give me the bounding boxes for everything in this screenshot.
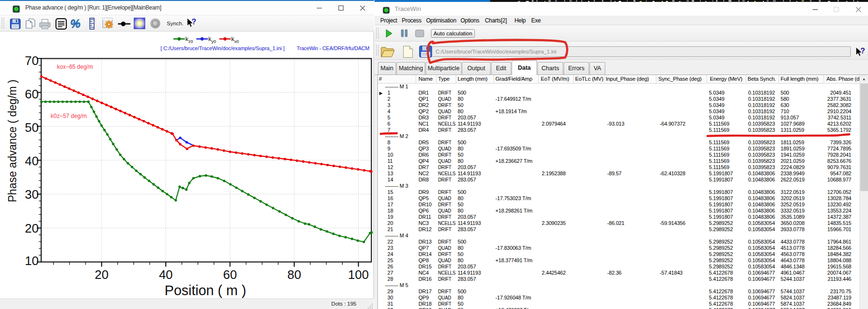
- svg-text:40: 40: [25, 154, 39, 168]
- svg-text:80: 80: [287, 267, 301, 282]
- svg-text:?: ?: [192, 18, 196, 26]
- svg-text:30: 30: [25, 187, 39, 202]
- svg-text:20: 20: [25, 221, 39, 235]
- svg-text:40: 40: [159, 267, 173, 282]
- svg-text:k0z~57 deg/m: k0z~57 deg/m: [51, 113, 87, 119]
- svg-text:60: 60: [25, 87, 39, 101]
- svg-text:Phase advance ( deg/m ): Phase advance ( deg/m ): [6, 80, 19, 202]
- svg-text:100: 100: [348, 267, 369, 282]
- svg-text:kox~65 deg/m: kox~65 deg/m: [57, 64, 93, 70]
- svg-text:50: 50: [25, 120, 39, 135]
- svg-text:20: 20: [95, 267, 108, 282]
- svg-text:Position ( m ): Position ( m ): [165, 283, 246, 298]
- svg-text:10: 10: [25, 254, 39, 268]
- svg-text:70: 70: [25, 53, 39, 68]
- svg-text:60: 60: [223, 267, 237, 282]
- svg-text:%: %: [70, 18, 80, 30]
